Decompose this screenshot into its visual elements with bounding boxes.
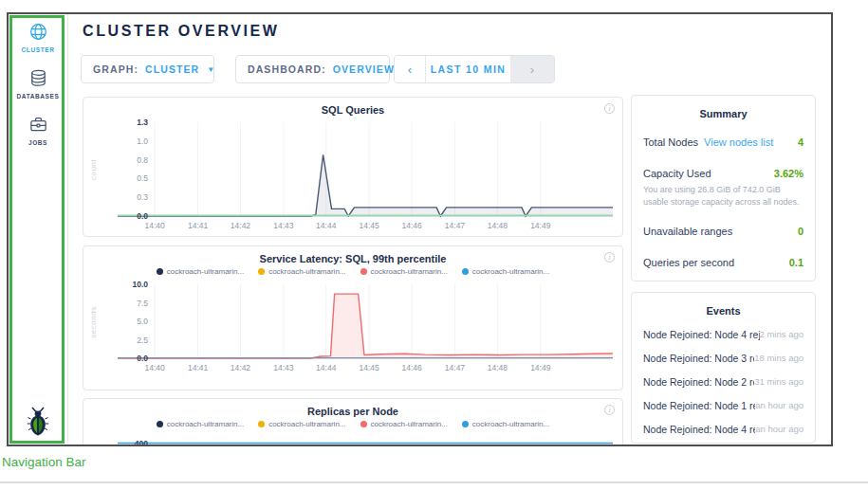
event-row[interactable]: Node Rejoined: Node 2 rej...31 mins ago xyxy=(643,370,803,393)
x-tick: 14:40 xyxy=(145,363,165,372)
time-window-selector: ‹ LAST 10 MIN › xyxy=(394,55,555,83)
legend-dot xyxy=(462,268,469,275)
briefcase-icon xyxy=(27,113,49,136)
event-row[interactable]: Node Rejoined: Node 3 rej...18 mins ago xyxy=(643,346,803,370)
chart-plot-area: 1.31.00.80.50.30.0 xyxy=(118,122,613,217)
x-tick: 14:47 xyxy=(445,363,465,372)
summary-row-value: 3.62% xyxy=(774,168,803,179)
summary-title: Summary xyxy=(632,108,815,119)
y-tick: 0.8 xyxy=(91,155,148,165)
chart-title: Replicas per Node xyxy=(83,406,622,417)
sidebar-item-jobs[interactable]: JOBS xyxy=(9,113,67,146)
event-time: 18 mins ago xyxy=(754,353,803,363)
y-tick: 1.0 xyxy=(91,136,148,146)
divider xyxy=(0,481,868,483)
x-tick: 14:46 xyxy=(401,221,421,230)
event-text: Node Rejoined: Node 3 rej... xyxy=(643,353,754,364)
summary-row-label: Total Nodes xyxy=(643,136,698,148)
y-tick: 0.3 xyxy=(91,192,148,202)
events-panel: Events Node Rejoined: Node 4 rej...2 min… xyxy=(631,292,816,444)
chart-replicas-per-node: Replicas per Nodeicockroach-ultramarin..… xyxy=(83,398,623,446)
graph-dropdown-label: GRAPH: xyxy=(93,64,139,75)
y-axis-label: seconds xyxy=(89,306,98,337)
summary-row-left: Capacity Used xyxy=(643,164,711,181)
legend-item: cockroach-ultramarin... xyxy=(462,267,549,276)
dashboard-dropdown-label: DASHBOARD: xyxy=(248,64,326,75)
sidebar-item-label: JOBS xyxy=(28,139,47,146)
event-row[interactable]: Node Rejoined: Node 1 rej...an hour ago xyxy=(643,393,803,417)
summary-row-label: Capacity Used xyxy=(643,168,711,179)
time-next-button[interactable]: › xyxy=(510,56,554,82)
summary-row-value: 0 xyxy=(798,226,803,237)
chart-service-latency: Service Latency: SQL, 99th percentileico… xyxy=(83,245,623,390)
dashboard-dropdown[interactable]: DASHBOARD: OVERVIEW ▼ xyxy=(235,55,390,83)
y-tick: 400 xyxy=(91,439,148,446)
events-title: Events xyxy=(632,305,815,317)
chart-title: SQL Queries xyxy=(83,104,622,116)
summary-row-subtext: You are using 26.8 GiB of 742.0 GiB usab… xyxy=(643,184,803,209)
chart-plot-area: 10.07.55.02.50.0 xyxy=(118,284,613,359)
y-tick: 10.0 xyxy=(91,280,148,289)
legend-dot xyxy=(258,268,265,275)
summary-row: Unavailable ranges0 xyxy=(643,214,803,245)
main-content: CLUSTER OVERVIEW GRAPH: CLUSTER ▼ DASHBO… xyxy=(68,14,831,445)
time-prev-button[interactable]: ‹ xyxy=(395,56,426,82)
x-tick: 14:49 xyxy=(530,221,550,230)
screenshot-canvas: CLUSTERDATABASESJOBS CLUSTER OVERVIEW GR… xyxy=(0,0,868,490)
annotation-label: Navigation Bar xyxy=(2,455,86,469)
time-range-label[interactable]: LAST 10 MIN xyxy=(426,56,510,82)
legend-label: cockroach-ultramarin... xyxy=(371,267,448,276)
y-tick: 7.5 xyxy=(91,299,148,308)
legend-label: cockroach-ultramarin... xyxy=(167,420,244,428)
y-tick: 1.3 xyxy=(91,118,148,127)
legend-dot xyxy=(360,268,367,275)
x-tick: 14:44 xyxy=(316,221,336,230)
chart-sql-queries: SQL Queriesi1.31.00.80.50.30.0count14:40… xyxy=(83,97,623,237)
event-text: Node Rejoined: Node 4 rej... xyxy=(643,424,755,435)
database-icon xyxy=(27,66,49,89)
event-row[interactable]: Node Rejoined: Node 4 rej...an hour ago xyxy=(643,417,803,441)
legend-item: cockroach-ultramarin... xyxy=(258,267,345,276)
legend-dot xyxy=(258,421,265,427)
chart-legend: cockroach-ultramarin...cockroach-ultrama… xyxy=(83,267,622,276)
event-time: 31 mins ago xyxy=(754,376,803,387)
sidebar-item-databases[interactable]: DATABASES xyxy=(9,66,67,100)
sidebar-nav: CLUSTERDATABASESJOBS xyxy=(9,14,67,146)
event-row[interactable]: Node Rejoined: Node 4 rej...2 mins ago xyxy=(643,322,803,346)
summary-row-left: Total NodesView nodes list xyxy=(643,133,773,150)
info-icon[interactable]: i xyxy=(604,103,615,114)
summary-row: Total NodesView nodes list4 xyxy=(643,125,803,156)
x-tick: 14:44 xyxy=(316,363,336,372)
legend-label: cockroach-ultramarin... xyxy=(472,267,549,276)
app-window: CLUSTERDATABASESJOBS CLUSTER OVERVIEW GR… xyxy=(7,12,833,446)
x-tick: 14:41 xyxy=(188,221,208,230)
legend-label: cockroach-ultramarin... xyxy=(167,267,244,276)
summary-row: Queries per second0.1 xyxy=(643,245,803,277)
cockroach-logo[interactable] xyxy=(26,407,50,440)
sidebar-item-cluster[interactable]: CLUSTER xyxy=(9,20,67,53)
chart-title: Service Latency: SQL, 99th percentile xyxy=(83,253,622,264)
x-tick: 14:42 xyxy=(231,363,250,372)
event-text: Node Rejoined: Node 4 rej... xyxy=(643,329,760,340)
x-axis: 14:4014:4114:4214:4314:4414:4514:4614:47… xyxy=(118,217,613,228)
info-icon[interactable]: i xyxy=(604,252,615,263)
info-icon[interactable]: i xyxy=(604,405,615,415)
x-axis: 14:4014:4114:4214:4314:4414:4514:4614:47… xyxy=(118,359,613,371)
x-tick: 14:43 xyxy=(273,363,293,372)
summary-panel: Summary Total NodesView nodes list4Capac… xyxy=(631,95,816,281)
summary-row-label: Queries per second xyxy=(643,257,734,268)
x-tick: 14:45 xyxy=(360,363,379,372)
legend-item: cockroach-ultramarin... xyxy=(258,420,345,428)
y-tick: 5.0 xyxy=(91,317,148,326)
dashboard-dropdown-value: OVERVIEW xyxy=(333,64,395,75)
x-tick: 14:46 xyxy=(401,363,421,372)
event-text: Node Rejoined: Node 1 rej... xyxy=(643,400,755,411)
legend-item: cockroach-ultramarin... xyxy=(157,267,244,276)
view-nodes-link[interactable]: View nodes list xyxy=(704,136,773,148)
graph-dropdown[interactable]: GRAPH: CLUSTER ▼ xyxy=(81,55,214,83)
chevron-down-icon: ▼ xyxy=(207,65,215,74)
chart-legend: cockroach-ultramarin...cockroach-ultrama… xyxy=(83,420,622,428)
globe-icon xyxy=(27,20,49,43)
x-tick: 14:49 xyxy=(530,363,550,372)
x-tick: 14:41 xyxy=(188,363,208,372)
